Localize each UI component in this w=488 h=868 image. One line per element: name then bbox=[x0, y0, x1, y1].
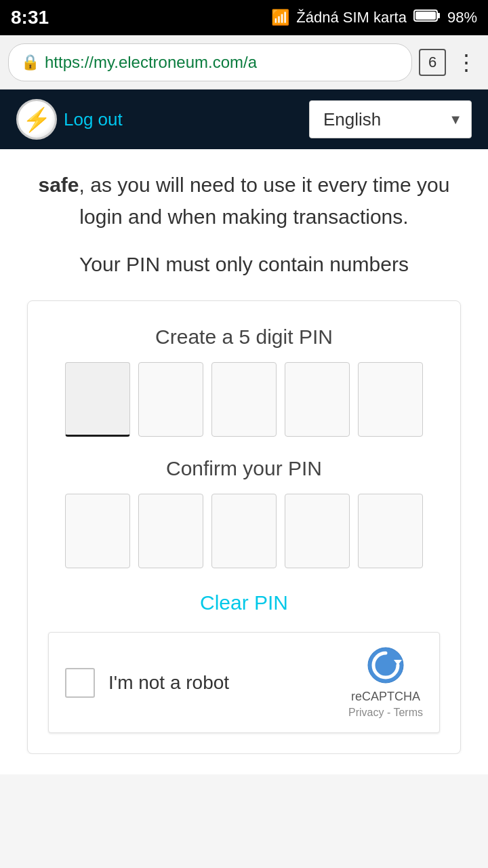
create-pin-digit-4[interactable] bbox=[285, 362, 350, 437]
recaptcha-left: I'm not a robot bbox=[65, 668, 229, 698]
confirm-pin-digit-5[interactable] bbox=[358, 494, 423, 568]
confirm-pin-label: Confirm your PIN bbox=[48, 457, 440, 480]
language-selector-wrapper[interactable]: English Deutsch Français Español ▼ bbox=[309, 100, 472, 138]
site-header: ⚡ Log out English Deutsch Français Españ… bbox=[0, 90, 488, 149]
tab-count[interactable]: 6 bbox=[419, 49, 446, 76]
status-bar-right: 📶 Žádná SIM karta 98% bbox=[271, 8, 477, 27]
recaptcha-label: I'm not a robot bbox=[108, 672, 229, 694]
svg-rect-1 bbox=[437, 13, 440, 18]
instruction-text: safe, as you will need to use it every t… bbox=[27, 170, 461, 233]
site-logo: ⚡ bbox=[16, 99, 57, 140]
confirm-pin-digit-1[interactable] bbox=[65, 494, 130, 568]
confirm-pin-section: Confirm your PIN bbox=[48, 457, 440, 568]
recaptcha-widget: I'm not a robot reCAPTCHA Privacy - Term… bbox=[48, 632, 440, 733]
confirm-pin-digit-4[interactable] bbox=[285, 494, 350, 568]
confirm-pin-digit-2[interactable] bbox=[138, 494, 203, 568]
create-pin-digit-2[interactable] bbox=[138, 362, 203, 437]
status-bar: 8:31 📶 Žádná SIM karta 98% bbox=[0, 0, 488, 35]
create-pin-label: Create a 5 digit PIN bbox=[48, 326, 440, 349]
pin-requirement-text: Your PIN must only contain numbers bbox=[27, 253, 461, 276]
wifi-icon: 📶 bbox=[271, 9, 289, 26]
confirm-pin-inputs bbox=[48, 494, 440, 568]
recaptcha-logo-icon bbox=[367, 646, 405, 687]
recaptcha-links: Privacy - Terms bbox=[348, 707, 423, 719]
recaptcha-checkbox[interactable] bbox=[65, 668, 95, 698]
logo-bolt-icon: ⚡ bbox=[22, 106, 51, 133]
language-select[interactable]: English Deutsch Français Español bbox=[309, 100, 472, 138]
bottom-spacer bbox=[27, 754, 461, 774]
browser-chrome: 🔒 https://my.electroneum.com/a 6 ⋮ bbox=[0, 35, 488, 90]
battery-text: 98% bbox=[447, 9, 477, 26]
create-pin-digit-1[interactable] bbox=[65, 362, 130, 437]
url-text: https://my.electroneum.com/a bbox=[45, 53, 257, 72]
browser-menu-button[interactable]: ⋮ bbox=[453, 50, 480, 75]
create-pin-digit-3[interactable] bbox=[211, 362, 277, 437]
main-content: safe, as you will need to use it every t… bbox=[0, 149, 488, 774]
recaptcha-brand: reCAPTCHA bbox=[351, 690, 420, 704]
logout-button[interactable]: Log out bbox=[64, 109, 123, 130]
address-bar[interactable]: 🔒 https://my.electroneum.com/a bbox=[8, 43, 412, 81]
logo-container: ⚡ Log out bbox=[16, 99, 123, 140]
create-pin-inputs bbox=[48, 362, 440, 437]
instruction-rest: , as you will need to use it every time … bbox=[79, 174, 450, 228]
lock-icon: 🔒 bbox=[21, 54, 39, 71]
confirm-pin-digit-3[interactable] bbox=[211, 494, 277, 568]
recaptcha-right: reCAPTCHA Privacy - Terms bbox=[348, 646, 423, 719]
time-display: 8:31 bbox=[11, 7, 49, 28]
clear-pin-button[interactable]: Clear PIN bbox=[48, 585, 440, 621]
create-pin-digit-5[interactable] bbox=[358, 362, 423, 437]
sim-status: Žádná SIM karta bbox=[296, 9, 407, 26]
svg-rect-2 bbox=[415, 12, 436, 20]
pin-card: Create a 5 digit PIN Confirm your PIN Cl… bbox=[27, 300, 461, 754]
battery-indicator bbox=[413, 8, 441, 27]
instruction-bold: safe bbox=[39, 174, 79, 196]
